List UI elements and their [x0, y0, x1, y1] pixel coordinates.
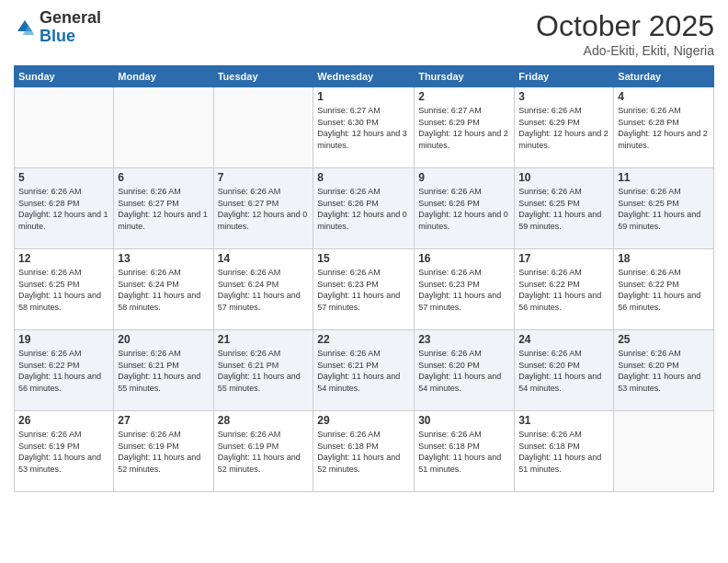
day-info: Sunrise: 6:26 AM Sunset: 6:24 PM Dayligh…	[118, 267, 209, 313]
logo-blue-text: Blue	[40, 27, 75, 45]
day-number: 21	[218, 333, 310, 346]
col-sunday: Sunday	[15, 66, 114, 87]
day-number: 12	[18, 252, 109, 265]
table-row: 4Sunrise: 6:26 AM Sunset: 6:28 PM Daylig…	[614, 87, 714, 168]
day-info: Sunrise: 6:26 AM Sunset: 6:18 PM Dayligh…	[418, 429, 510, 475]
calendar-week-row: 1Sunrise: 6:27 AM Sunset: 6:30 PM Daylig…	[15, 87, 714, 168]
table-row: 20Sunrise: 6:26 AM Sunset: 6:21 PM Dayli…	[114, 330, 213, 411]
page: General Blue October 2025 Ado-Ekiti, Eki…	[0, 0, 728, 563]
day-info: Sunrise: 6:27 AM Sunset: 6:29 PM Dayligh…	[418, 105, 510, 151]
day-info: Sunrise: 6:26 AM Sunset: 6:22 PM Dayligh…	[618, 267, 710, 313]
day-info: Sunrise: 6:26 AM Sunset: 6:28 PM Dayligh…	[618, 105, 710, 151]
col-thursday: Thursday	[415, 66, 515, 87]
logo: General Blue	[14, 9, 101, 46]
day-number: 7	[218, 171, 310, 184]
day-number: 4	[618, 90, 710, 103]
col-wednesday: Wednesday	[313, 66, 415, 87]
day-info: Sunrise: 6:26 AM Sunset: 6:27 PM Dayligh…	[118, 186, 209, 232]
calendar-week-row: 26Sunrise: 6:26 AM Sunset: 6:19 PM Dayli…	[15, 411, 714, 492]
day-number: 29	[317, 414, 410, 427]
day-number: 10	[518, 171, 609, 184]
table-row: 16Sunrise: 6:26 AM Sunset: 6:23 PM Dayli…	[415, 249, 515, 330]
day-number: 3	[518, 90, 609, 103]
day-number: 22	[317, 333, 410, 346]
table-row: 3Sunrise: 6:26 AM Sunset: 6:29 PM Daylig…	[515, 87, 614, 168]
day-number: 31	[518, 414, 609, 427]
day-info: Sunrise: 6:26 AM Sunset: 6:26 PM Dayligh…	[418, 186, 510, 232]
day-number: 1	[317, 90, 410, 103]
table-row: 29Sunrise: 6:26 AM Sunset: 6:18 PM Dayli…	[313, 411, 415, 492]
day-info: Sunrise: 6:26 AM Sunset: 6:21 PM Dayligh…	[317, 348, 410, 394]
table-row: 13Sunrise: 6:26 AM Sunset: 6:24 PM Dayli…	[114, 249, 213, 330]
calendar-header-row: Sunday Monday Tuesday Wednesday Thursday…	[15, 66, 714, 87]
title-block: October 2025 Ado-Ekiti, Ekiti, Nigeria	[536, 9, 714, 58]
day-number: 27	[118, 414, 209, 427]
table-row: 21Sunrise: 6:26 AM Sunset: 6:21 PM Dayli…	[213, 330, 313, 411]
day-info: Sunrise: 6:26 AM Sunset: 6:21 PM Dayligh…	[218, 348, 310, 394]
day-info: Sunrise: 6:26 AM Sunset: 6:22 PM Dayligh…	[18, 348, 109, 394]
table-row: 2Sunrise: 6:27 AM Sunset: 6:29 PM Daylig…	[415, 87, 515, 168]
day-info: Sunrise: 6:26 AM Sunset: 6:19 PM Dayligh…	[18, 429, 109, 475]
table-row: 19Sunrise: 6:26 AM Sunset: 6:22 PM Dayli…	[15, 330, 114, 411]
calendar-week-row: 19Sunrise: 6:26 AM Sunset: 6:22 PM Dayli…	[15, 330, 714, 411]
day-number: 18	[618, 252, 710, 265]
table-row	[213, 87, 313, 168]
day-number: 16	[418, 252, 510, 265]
day-number: 11	[618, 171, 710, 184]
day-info: Sunrise: 6:26 AM Sunset: 6:26 PM Dayligh…	[317, 186, 410, 232]
calendar-table: Sunday Monday Tuesday Wednesday Thursday…	[14, 65, 714, 492]
table-row: 6Sunrise: 6:26 AM Sunset: 6:27 PM Daylig…	[114, 168, 213, 249]
day-number: 20	[118, 333, 209, 346]
table-row	[614, 411, 714, 492]
col-saturday: Saturday	[614, 66, 714, 87]
table-row: 12Sunrise: 6:26 AM Sunset: 6:25 PM Dayli…	[15, 249, 114, 330]
table-row: 27Sunrise: 6:26 AM Sunset: 6:19 PM Dayli…	[114, 411, 213, 492]
table-row: 5Sunrise: 6:26 AM Sunset: 6:28 PM Daylig…	[15, 168, 114, 249]
day-info: Sunrise: 6:26 AM Sunset: 6:23 PM Dayligh…	[317, 267, 410, 313]
day-number: 23	[418, 333, 510, 346]
day-info: Sunrise: 6:26 AM Sunset: 6:20 PM Dayligh…	[518, 348, 609, 394]
table-row: 15Sunrise: 6:26 AM Sunset: 6:23 PM Dayli…	[313, 249, 415, 330]
table-row: 18Sunrise: 6:26 AM Sunset: 6:22 PM Dayli…	[614, 249, 714, 330]
day-info: Sunrise: 6:26 AM Sunset: 6:25 PM Dayligh…	[618, 186, 710, 232]
table-row: 26Sunrise: 6:26 AM Sunset: 6:19 PM Dayli…	[15, 411, 114, 492]
table-row: 24Sunrise: 6:26 AM Sunset: 6:20 PM Dayli…	[515, 330, 614, 411]
day-number: 30	[418, 414, 510, 427]
table-row: 28Sunrise: 6:26 AM Sunset: 6:19 PM Dayli…	[213, 411, 313, 492]
day-info: Sunrise: 6:26 AM Sunset: 6:19 PM Dayligh…	[218, 429, 310, 475]
day-info: Sunrise: 6:26 AM Sunset: 6:18 PM Dayligh…	[317, 429, 410, 475]
day-info: Sunrise: 6:26 AM Sunset: 6:20 PM Dayligh…	[618, 348, 710, 394]
table-row: 10Sunrise: 6:26 AM Sunset: 6:25 PM Dayli…	[515, 168, 614, 249]
table-row	[114, 87, 213, 168]
table-row: 1Sunrise: 6:27 AM Sunset: 6:30 PM Daylig…	[313, 87, 415, 168]
day-number: 24	[518, 333, 609, 346]
table-row: 8Sunrise: 6:26 AM Sunset: 6:26 PM Daylig…	[313, 168, 415, 249]
table-row: 11Sunrise: 6:26 AM Sunset: 6:25 PM Dayli…	[614, 168, 714, 249]
day-number: 5	[18, 171, 109, 184]
table-row: 7Sunrise: 6:26 AM Sunset: 6:27 PM Daylig…	[213, 168, 313, 249]
day-info: Sunrise: 6:26 AM Sunset: 6:18 PM Dayligh…	[518, 429, 609, 475]
day-info: Sunrise: 6:26 AM Sunset: 6:23 PM Dayligh…	[418, 267, 510, 313]
day-number: 26	[18, 414, 109, 427]
day-info: Sunrise: 6:26 AM Sunset: 6:28 PM Dayligh…	[18, 186, 109, 232]
day-info: Sunrise: 6:26 AM Sunset: 6:27 PM Dayligh…	[218, 186, 310, 232]
day-number: 14	[218, 252, 310, 265]
day-info: Sunrise: 6:26 AM Sunset: 6:24 PM Dayligh…	[218, 267, 310, 313]
day-number: 17	[518, 252, 609, 265]
table-row: 22Sunrise: 6:26 AM Sunset: 6:21 PM Dayli…	[313, 330, 415, 411]
day-info: Sunrise: 6:26 AM Sunset: 6:21 PM Dayligh…	[118, 348, 209, 394]
header: General Blue October 2025 Ado-Ekiti, Eki…	[14, 9, 714, 58]
day-number: 28	[218, 414, 310, 427]
table-row: 25Sunrise: 6:26 AM Sunset: 6:20 PM Dayli…	[614, 330, 714, 411]
calendar-week-row: 12Sunrise: 6:26 AM Sunset: 6:25 PM Dayli…	[15, 249, 714, 330]
day-info: Sunrise: 6:26 AM Sunset: 6:25 PM Dayligh…	[518, 186, 609, 232]
day-number: 2	[418, 90, 510, 103]
table-row: 23Sunrise: 6:26 AM Sunset: 6:20 PM Dayli…	[415, 330, 515, 411]
calendar-week-row: 5Sunrise: 6:26 AM Sunset: 6:28 PM Daylig…	[15, 168, 714, 249]
day-info: Sunrise: 6:27 AM Sunset: 6:30 PM Dayligh…	[317, 105, 410, 151]
location-subtitle: Ado-Ekiti, Ekiti, Nigeria	[536, 43, 714, 58]
table-row	[15, 87, 114, 168]
day-info: Sunrise: 6:26 AM Sunset: 6:29 PM Dayligh…	[518, 105, 609, 151]
logo-icon	[14, 17, 36, 39]
day-number: 8	[317, 171, 410, 184]
